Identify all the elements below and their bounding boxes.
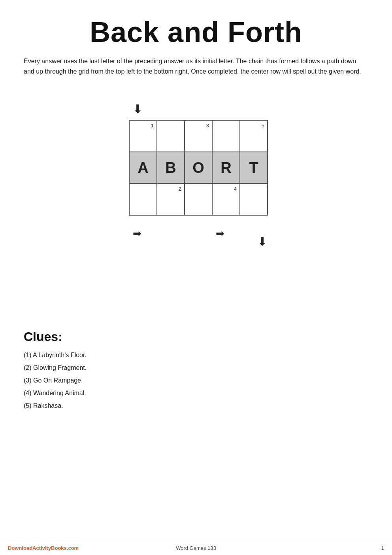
footer-website: DownloadActivityBooks.com <box>8 545 133 551</box>
cell-3-5 <box>240 184 268 215</box>
footer-page-number: 1 <box>259 545 384 551</box>
cell-number-4: 4 <box>234 186 237 192</box>
cell-3-2: 2 <box>157 184 185 215</box>
clue-4: (4) Wandering Animal. <box>24 388 368 398</box>
cell-1-3: 3 <box>185 120 212 152</box>
cell-2-1: A <box>129 152 157 184</box>
clues-title: Clues: <box>24 330 368 344</box>
cell-2-5: T <box>240 152 268 184</box>
footer: DownloadActivityBooks.com Word Games 133… <box>0 541 392 555</box>
cell-number-5: 5 <box>262 123 264 129</box>
cell-1-4 <box>212 120 240 152</box>
cell-3-4: 4 <box>212 184 240 215</box>
puzzle-grid: 1 3 5 A B O R T <box>129 120 268 216</box>
cell-number-3: 3 <box>206 123 209 129</box>
cell-3-1 <box>129 184 157 215</box>
cell-1-5: 5 <box>240 120 268 152</box>
grid-row-1: 1 3 5 <box>129 120 268 152</box>
cell-1-2 <box>157 120 185 152</box>
clue-5: (5) Rakshasa. <box>24 401 368 411</box>
clue-2: (2) Glowing Fragment. <box>24 363 368 373</box>
cell-2-4: R <box>212 152 240 184</box>
page-description: Every answer uses the last letter of the… <box>24 56 368 76</box>
footer-book-title: Word Games 133 <box>133 545 258 551</box>
cell-number-1: 1 <box>151 123 154 129</box>
page-title: Back and Forth <box>24 16 368 48</box>
arrow-4-icon: ➡ <box>216 227 224 240</box>
cell-2-3: O <box>185 152 212 184</box>
cell-3-3 <box>185 184 212 215</box>
clue-1: (1) A Labyrinth’s Floor. <box>24 350 368 360</box>
grid-container: ⬇ ➡ ➡ ➡ ➡ ⬇ 1 3 5 <box>121 92 271 250</box>
grid-row-2: A B O R T <box>129 152 268 184</box>
cell-2-2: B <box>157 152 185 184</box>
puzzle-area: ⬇ ➡ ➡ ➡ ➡ ⬇ 1 3 5 <box>24 92 368 250</box>
clues-section: Clues: (1) A Labyrinth’s Floor. (2) Glow… <box>24 330 368 411</box>
cell-1-1: 1 <box>129 120 157 152</box>
grid-row-3: 2 4 <box>129 184 268 215</box>
entry-arrow-icon: ⬇ <box>133 102 143 116</box>
arrow-2-icon: ➡ <box>133 227 141 240</box>
exit-arrow-icon: ⬇ <box>257 235 267 248</box>
cell-number-2: 2 <box>179 186 181 192</box>
clue-3: (3) Go On Rampage. <box>24 376 368 385</box>
